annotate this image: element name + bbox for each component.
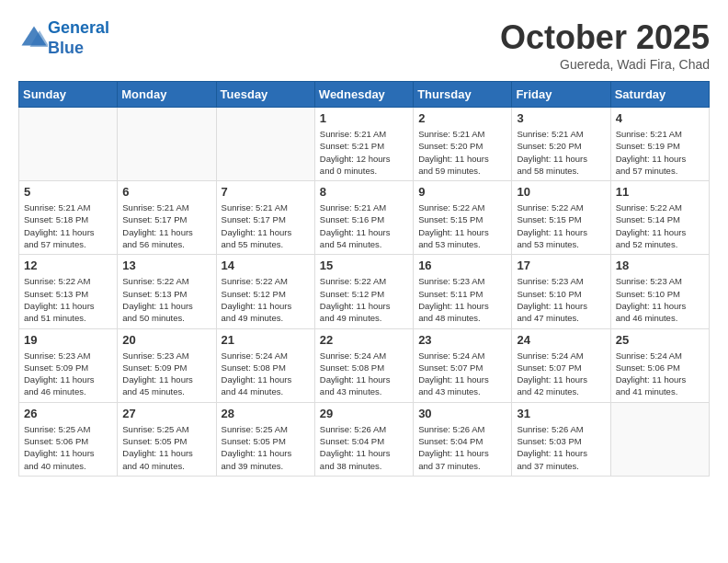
- calendar-cell: 11Sunrise: 5:22 AM Sunset: 5:14 PM Dayli…: [610, 181, 709, 255]
- calendar-cell: 31Sunrise: 5:26 AM Sunset: 5:03 PM Dayli…: [512, 402, 610, 476]
- day-number: 21: [222, 333, 310, 347]
- day-number: 19: [24, 333, 112, 347]
- day-number: 24: [517, 333, 605, 347]
- day-number: 11: [616, 185, 704, 199]
- calendar-cell: 3Sunrise: 5:21 AM Sunset: 5:20 PM Daylig…: [512, 108, 610, 181]
- day-number: 28: [222, 407, 310, 420]
- logo-line2: Blue: [48, 39, 109, 59]
- calendar-cell: 28Sunrise: 5:25 AM Sunset: 5:05 PM Dayli…: [216, 402, 314, 476]
- day-number: 25: [616, 333, 704, 347]
- calendar-cell: 13Sunrise: 5:22 AM Sunset: 5:13 PM Dayli…: [118, 255, 216, 328]
- day-number: 2: [418, 111, 506, 125]
- day-number: 15: [320, 259, 408, 272]
- day-info: Sunrise: 5:25 AM Sunset: 5:06 PM Dayligh…: [24, 423, 112, 472]
- calendar-cell: 12Sunrise: 5:22 AM Sunset: 5:13 PM Dayli…: [19, 255, 118, 328]
- weekday-header-monday: Monday: [118, 82, 216, 108]
- day-info: Sunrise: 5:21 AM Sunset: 5:17 PM Dayligh…: [122, 201, 210, 250]
- logo-text: General Blue: [48, 18, 109, 58]
- day-number: 8: [320, 185, 408, 199]
- day-number: 5: [24, 185, 112, 199]
- day-info: Sunrise: 5:25 AM Sunset: 5:05 PM Dayligh…: [222, 423, 310, 472]
- weekday-header-row: SundayMondayTuesdayWednesdayThursdayFrid…: [19, 82, 710, 108]
- day-number: 7: [222, 185, 310, 199]
- weekday-header-friday: Friday: [512, 82, 610, 108]
- weekday-header-sunday: Sunday: [19, 82, 118, 108]
- day-info: Sunrise: 5:24 AM Sunset: 5:08 PM Dayligh…: [222, 350, 310, 398]
- calendar-cell: 29Sunrise: 5:26 AM Sunset: 5:04 PM Dayli…: [314, 402, 413, 476]
- day-info: Sunrise: 5:24 AM Sunset: 5:06 PM Dayligh…: [616, 350, 704, 398]
- day-info: Sunrise: 5:21 AM Sunset: 5:20 PM Dayligh…: [517, 128, 605, 177]
- day-number: 10: [517, 185, 605, 199]
- calendar-cell: 14Sunrise: 5:22 AM Sunset: 5:12 PM Dayli…: [216, 255, 314, 328]
- title-block: October 2025 Guereda, Wadi Fira, Chad: [500, 18, 710, 72]
- day-info: Sunrise: 5:24 AM Sunset: 5:07 PM Dayligh…: [517, 350, 605, 398]
- calendar-cell: 19Sunrise: 5:23 AM Sunset: 5:09 PM Dayli…: [19, 328, 118, 402]
- calendar-cell: 10Sunrise: 5:22 AM Sunset: 5:15 PM Dayli…: [512, 181, 610, 255]
- day-number: 27: [122, 407, 210, 420]
- day-info: Sunrise: 5:24 AM Sunset: 5:08 PM Dayligh…: [320, 350, 408, 398]
- day-info: Sunrise: 5:23 AM Sunset: 5:10 PM Dayligh…: [616, 275, 704, 324]
- calendar-cell: 24Sunrise: 5:24 AM Sunset: 5:07 PM Dayli…: [512, 328, 610, 402]
- day-number: 3: [517, 111, 605, 125]
- logo-icon: [20, 23, 48, 51]
- logo-line1: General: [48, 18, 109, 37]
- day-info: Sunrise: 5:24 AM Sunset: 5:07 PM Dayligh…: [418, 350, 506, 398]
- day-number: 17: [517, 259, 605, 272]
- calendar-cell: 20Sunrise: 5:23 AM Sunset: 5:09 PM Dayli…: [118, 328, 216, 402]
- day-info: Sunrise: 5:21 AM Sunset: 5:21 PM Dayligh…: [320, 128, 408, 177]
- location: Guereda, Wadi Fira, Chad: [500, 57, 710, 72]
- day-info: Sunrise: 5:21 AM Sunset: 5:16 PM Dayligh…: [320, 201, 408, 250]
- calendar-cell: 21Sunrise: 5:24 AM Sunset: 5:08 PM Dayli…: [216, 328, 314, 402]
- day-number: 9: [418, 185, 506, 199]
- weekday-header-tuesday: Tuesday: [216, 82, 314, 108]
- calendar-cell: 7Sunrise: 5:21 AM Sunset: 5:17 PM Daylig…: [216, 181, 314, 255]
- day-info: Sunrise: 5:22 AM Sunset: 5:15 PM Dayligh…: [418, 201, 506, 250]
- day-number: 23: [418, 333, 506, 347]
- day-info: Sunrise: 5:21 AM Sunset: 5:18 PM Dayligh…: [24, 201, 112, 250]
- calendar-cell: 27Sunrise: 5:25 AM Sunset: 5:05 PM Dayli…: [118, 402, 216, 476]
- day-number: 31: [517, 407, 605, 420]
- day-info: Sunrise: 5:26 AM Sunset: 5:04 PM Dayligh…: [418, 423, 506, 472]
- day-number: 20: [122, 333, 210, 347]
- day-info: Sunrise: 5:25 AM Sunset: 5:05 PM Dayligh…: [122, 423, 210, 472]
- weekday-header-wednesday: Wednesday: [314, 82, 413, 108]
- day-number: 26: [24, 407, 112, 420]
- day-number: 18: [616, 259, 704, 272]
- day-number: 13: [122, 259, 210, 272]
- day-info: Sunrise: 5:23 AM Sunset: 5:10 PM Dayligh…: [517, 275, 605, 324]
- calendar-cell: 26Sunrise: 5:25 AM Sunset: 5:06 PM Dayli…: [19, 402, 118, 476]
- calendar-cell: 16Sunrise: 5:23 AM Sunset: 5:11 PM Dayli…: [414, 255, 512, 328]
- calendar-cell: 4Sunrise: 5:21 AM Sunset: 5:19 PM Daylig…: [610, 108, 709, 181]
- day-info: Sunrise: 5:22 AM Sunset: 5:13 PM Dayligh…: [24, 275, 112, 324]
- logo: General Blue: [18, 18, 109, 58]
- calendar-cell: 5Sunrise: 5:21 AM Sunset: 5:18 PM Daylig…: [19, 181, 118, 255]
- week-row-3: 12Sunrise: 5:22 AM Sunset: 5:13 PM Dayli…: [19, 255, 710, 328]
- day-number: 29: [320, 407, 408, 420]
- calendar-cell: 17Sunrise: 5:23 AM Sunset: 5:10 PM Dayli…: [512, 255, 610, 328]
- day-info: Sunrise: 5:22 AM Sunset: 5:13 PM Dayligh…: [122, 275, 210, 324]
- week-row-2: 5Sunrise: 5:21 AM Sunset: 5:18 PM Daylig…: [19, 181, 710, 255]
- day-number: 6: [122, 185, 210, 199]
- day-info: Sunrise: 5:22 AM Sunset: 5:14 PM Dayligh…: [616, 201, 704, 250]
- day-info: Sunrise: 5:23 AM Sunset: 5:11 PM Dayligh…: [418, 275, 506, 324]
- day-info: Sunrise: 5:26 AM Sunset: 5:03 PM Dayligh…: [517, 423, 605, 472]
- day-info: Sunrise: 5:22 AM Sunset: 5:15 PM Dayligh…: [517, 201, 605, 250]
- calendar-cell: [610, 402, 709, 476]
- calendar-cell: 30Sunrise: 5:26 AM Sunset: 5:04 PM Dayli…: [414, 402, 512, 476]
- day-info: Sunrise: 5:22 AM Sunset: 5:12 PM Dayligh…: [320, 275, 408, 324]
- calendar-cell: [118, 108, 216, 181]
- calendar-cell: 2Sunrise: 5:21 AM Sunset: 5:20 PM Daylig…: [414, 108, 512, 181]
- day-number: 12: [24, 259, 112, 272]
- day-number: 16: [418, 259, 506, 272]
- month-title: October 2025: [500, 18, 710, 57]
- calendar-cell: 23Sunrise: 5:24 AM Sunset: 5:07 PM Dayli…: [414, 328, 512, 402]
- weekday-header-saturday: Saturday: [610, 82, 709, 108]
- calendar-cell: 18Sunrise: 5:23 AM Sunset: 5:10 PM Dayli…: [610, 255, 709, 328]
- day-info: Sunrise: 5:21 AM Sunset: 5:17 PM Dayligh…: [222, 201, 310, 250]
- weekday-header-thursday: Thursday: [414, 82, 512, 108]
- calendar-cell: 1Sunrise: 5:21 AM Sunset: 5:21 PM Daylig…: [314, 108, 413, 181]
- calendar-cell: 22Sunrise: 5:24 AM Sunset: 5:08 PM Dayli…: [314, 328, 413, 402]
- page-header: General Blue October 2025 Guereda, Wadi …: [18, 18, 710, 72]
- calendar-cell: 6Sunrise: 5:21 AM Sunset: 5:17 PM Daylig…: [118, 181, 216, 255]
- calendar-cell: 8Sunrise: 5:21 AM Sunset: 5:16 PM Daylig…: [314, 181, 413, 255]
